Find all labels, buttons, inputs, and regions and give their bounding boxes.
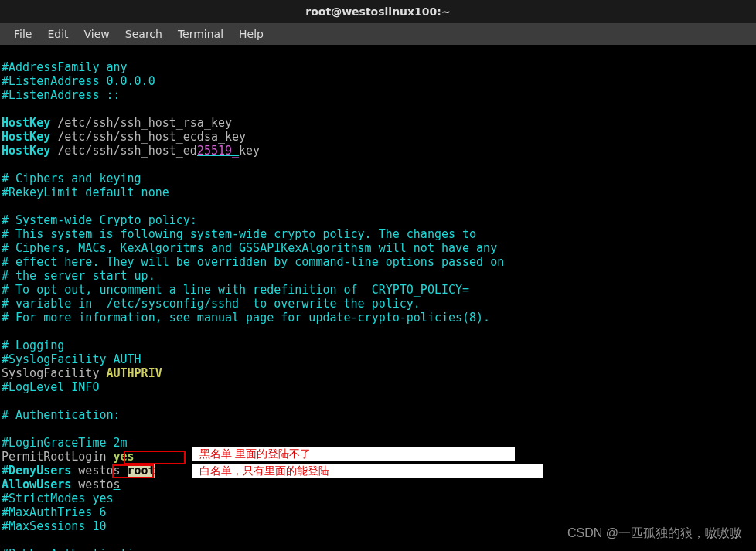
config-key: HostKey — [2, 116, 50, 130]
config-comment: #LoginGraceTime 2m — [2, 436, 128, 450]
menu-terminal[interactable]: Terminal — [170, 28, 231, 40]
config-comment: # Ciphers, MACs, KexAlgoritms and GSSAPI… — [2, 241, 497, 255]
config-comment: # Ciphers and keying — [2, 172, 141, 185]
config-comment: # variable in /etc/sysconfig/sshd to ove… — [2, 297, 421, 311]
config-value: /etc/ssh/ssh_host_ed — [50, 144, 197, 158]
config-comment: # To opt out, uncomment a line with rede… — [2, 283, 469, 297]
menu-file[interactable]: File — [6, 28, 39, 40]
watermark: CSDN @一匹孤独的狼，嗷嗷嗷 — [567, 525, 742, 542]
config-comment: #SyslogFacility AUTH — [2, 352, 141, 366]
config-comment: # This system is following system-wide c… — [2, 227, 476, 241]
config-comment: #LogLevel INFO — [2, 380, 99, 394]
window-title: root@westoslinux100:~ — [305, 5, 450, 18]
menu-search[interactable]: Search — [117, 28, 170, 40]
config-value: AUTHPRIV — [106, 366, 162, 380]
menu-edit[interactable]: Edit — [39, 28, 76, 40]
config-comment: # effect here. They will be overridden b… — [2, 255, 504, 269]
config-line: #ListenAddress 0.0.0.0 — [2, 74, 155, 88]
menubar: File Edit View Search Terminal Help — [0, 23, 756, 45]
config-line: #AddressFamily any — [2, 60, 128, 74]
config-comment: # System-wide Crypto policy: — [2, 213, 197, 227]
config-key: AllowUsers — [2, 478, 71, 491]
config-key: HostKey — [2, 144, 50, 158]
config-comment: #MaxSessions 10 — [2, 519, 106, 533]
config-value: westo — [71, 478, 113, 491]
annotation-blacklist: 黑名单 里面的登陆不了 — [192, 447, 515, 461]
config-comment: #StrictModes yes — [2, 491, 114, 505]
config-key: HostKey — [2, 130, 50, 144]
highlight-box-deny — [124, 451, 186, 464]
config-comment: #RekeyLimit default none — [2, 185, 169, 199]
config-value: /etc/ssh/ssh_host_rsa_key — [50, 116, 232, 130]
config-line: #ListenAddress :: — [2, 88, 121, 102]
config-key: DenyUsers — [9, 464, 71, 478]
config-value: key — [239, 144, 260, 158]
config-comment: # For more information, see manual page … — [2, 311, 490, 325]
config-value: /etc/ssh/ssh_host_ecdsa_key — [50, 130, 246, 144]
config-key: SyslogFacility — [2, 366, 106, 380]
menu-help[interactable]: Help — [231, 28, 271, 40]
menu-view[interactable]: View — [77, 28, 117, 40]
highlight-box-allow — [112, 464, 154, 478]
config-comment: #MaxAuthTries 6 — [2, 505, 106, 519]
config-num: 25519_ — [197, 144, 239, 158]
config-key: PermitRootLogin — [2, 450, 114, 464]
config-comment: # Logging — [2, 338, 64, 352]
window-titlebar: root@westoslinux100:~ — [0, 0, 756, 23]
config-comment: #PubkeyAuthentication yes — [2, 547, 176, 551]
config-hash: # — [2, 464, 9, 478]
config-comment: # the server start up. — [2, 269, 155, 283]
annotation-whitelist: 白名单，只有里面的能登陆 — [192, 464, 543, 478]
config-comment: # Authentication: — [2, 408, 121, 422]
config-value: s — [114, 478, 121, 491]
